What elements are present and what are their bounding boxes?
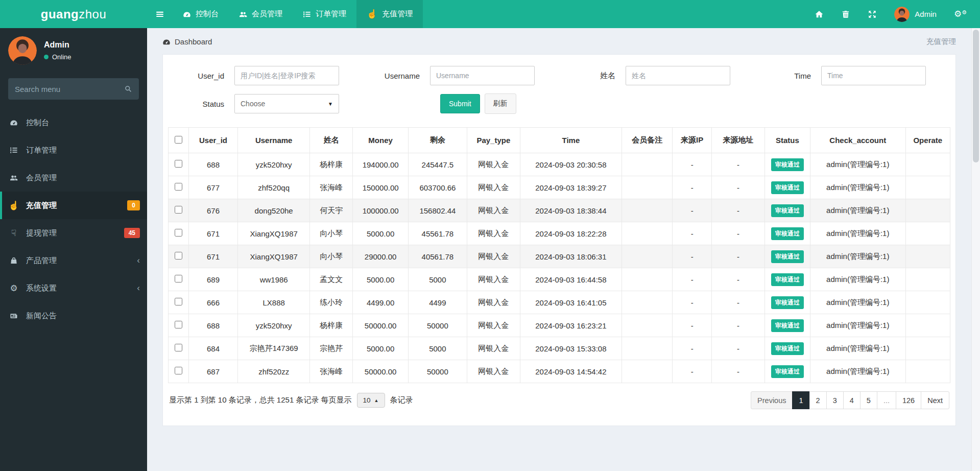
cell-remain: 50000	[408, 360, 467, 383]
cell-remain: 603700.66	[408, 176, 467, 199]
page-title: 充值管理	[926, 37, 956, 46]
user-menu[interactable]: Admin	[894, 7, 937, 22]
sidebar-item-系统设置[interactable]: ⚙系统设置‹	[0, 274, 147, 302]
page-button-126[interactable]: 126	[896, 391, 921, 409]
home-button[interactable]	[815, 10, 824, 19]
topnav-item-会员管理[interactable]: 会员管理	[229, 0, 293, 28]
cell-source_addr: -	[711, 222, 764, 245]
sidebar-item-充值管理[interactable]: ☝充值管理0	[0, 192, 147, 219]
content-panel: User_id Username 姓名 Time Status Choose ▼	[162, 54, 956, 426]
row-checkbox[interactable]	[175, 321, 182, 328]
cell-remark	[622, 314, 673, 337]
name-input[interactable]	[626, 66, 730, 85]
top-navbar: guangzhou 控制台会员管理订单管理☝充值管理 Admin ⚙⚙	[0, 0, 980, 28]
sidebar-item-提现管理[interactable]: ☟提现管理45	[0, 219, 147, 247]
row-checkbox[interactable]	[175, 252, 182, 260]
row-checkbox[interactable]	[175, 229, 182, 237]
page-button-3[interactable]: 3	[826, 391, 844, 409]
settings-button[interactable]: ⚙⚙	[954, 10, 967, 18]
row-checkbox[interactable]	[175, 367, 182, 374]
cell-money: 4499.00	[353, 291, 409, 314]
topnav-item-控制台[interactable]: 控制台	[173, 0, 229, 28]
cell-username: XiangXQ1987	[238, 245, 310, 268]
scrollbar-thumb[interactable]	[973, 30, 979, 162]
home-icon	[815, 10, 824, 19]
cell-remark	[622, 337, 673, 360]
previous-page-button[interactable]: Previous	[751, 391, 793, 409]
row-checkbox[interactable]	[175, 206, 182, 214]
sidebar-item-会员管理[interactable]: 会员管理	[0, 164, 147, 192]
time-input[interactable]	[821, 66, 926, 85]
table-row: 677zhf520qq张海峰150000.00603700.66网银入金2024…	[169, 176, 950, 199]
next-page-button[interactable]: Next	[921, 391, 949, 409]
sidebar-search-input[interactable]	[15, 85, 124, 93]
cell-money: 100000.00	[353, 199, 409, 222]
gauge-icon	[8, 119, 19, 127]
cell-username: XiangXQ1987	[238, 222, 310, 245]
cell-remark	[622, 268, 673, 291]
status-select[interactable]: Choose ▼	[234, 94, 339, 113]
sidebar-item-订单管理[interactable]: 订单管理	[0, 136, 147, 164]
cell-user_id: 671	[188, 222, 237, 245]
topnav-item-订单管理[interactable]: 订单管理	[293, 0, 356, 28]
column-header-Money: Money	[353, 128, 409, 153]
recharge-table: User_idUsername姓名Money剩余Pay_typeTime会员备注…	[168, 127, 950, 383]
cell-source_addr: -	[711, 337, 764, 360]
records-summary: 显示第 1 到第 10 条记录，总共 1251 条记录 每页显示 10 ▲ 条记…	[169, 393, 413, 408]
bag-icon	[8, 256, 19, 265]
cell-user_id: 684	[188, 337, 237, 360]
cell-pay_type: 网银入金	[467, 314, 520, 337]
count-badge: 45	[124, 228, 140, 238]
sidebar-item-新闻公告[interactable]: 新闻公告	[0, 302, 147, 329]
row-checkbox[interactable]	[175, 275, 182, 282]
page-button-1[interactable]: 1	[792, 391, 809, 409]
user-status[interactable]: Online	[44, 53, 71, 61]
user-id-input[interactable]	[234, 66, 339, 85]
cell-pay_type: 网银入金	[467, 337, 520, 360]
username-input[interactable]	[430, 66, 535, 85]
cell-remain: 5000	[408, 268, 467, 291]
cell-status: 审核通过	[765, 222, 810, 245]
cell-remain: 40561.78	[408, 245, 467, 268]
page-size-select[interactable]: 10 ▲	[357, 393, 385, 408]
cell-username: zhf520qq	[238, 176, 310, 199]
submit-button[interactable]: Submit	[440, 94, 480, 113]
fullscreen-button[interactable]	[868, 10, 877, 19]
topnav-item-label: 订单管理	[316, 9, 346, 19]
row-checkbox[interactable]	[175, 160, 182, 168]
sidebar-item-控制台[interactable]: 控制台	[0, 109, 147, 136]
topnav-item-充值管理[interactable]: ☝充值管理	[356, 0, 423, 28]
cell-source_addr: -	[711, 199, 764, 222]
main-content: Dashboard 充值管理 User_id Username 姓名 Time	[147, 28, 971, 471]
breadcrumb[interactable]: Dashboard	[162, 37, 212, 46]
cell-remain: 245447.5	[408, 153, 467, 176]
page-button-5[interactable]: 5	[860, 391, 877, 409]
select-all-checkbox[interactable]	[175, 136, 182, 144]
cell-name: 张海峰	[310, 176, 353, 199]
page-button-4[interactable]: 4	[843, 391, 861, 409]
avatar	[8, 36, 37, 65]
cell-operate	[905, 360, 950, 383]
cell-user_id: 687	[188, 360, 237, 383]
sidebar-item-产品管理[interactable]: 产品管理‹	[0, 247, 147, 274]
hand-up-icon: ☝	[8, 201, 19, 210]
status-select-value: Choose	[241, 100, 265, 108]
row-checkbox[interactable]	[175, 298, 182, 305]
row-checkbox[interactable]	[175, 183, 182, 191]
topnav-item-label: 控制台	[196, 9, 219, 19]
cell-pay_type: 网银入金	[467, 291, 520, 314]
row-checkbox[interactable]	[175, 344, 182, 351]
cell-time: 2024-09-03 16:41:05	[520, 291, 622, 314]
app-logo[interactable]: guangzhou	[0, 0, 147, 28]
page-button-2[interactable]: 2	[809, 391, 827, 409]
cell-source_ip: -	[673, 337, 712, 360]
refresh-button[interactable]: 刷新	[485, 93, 516, 114]
column-header-Time: Time	[520, 128, 622, 153]
sidebar-toggle-button[interactable]	[147, 0, 173, 28]
caret-up-icon: ▲	[374, 398, 379, 403]
search-icon[interactable]	[124, 85, 132, 93]
browser-scrollbar[interactable]	[971, 28, 980, 471]
trash-button[interactable]	[841, 10, 850, 19]
topnav-item-label: 会员管理	[252, 9, 282, 19]
table-row: 688yzk520hxy杨梓康194000.00245447.5网银入金2024…	[169, 153, 950, 176]
